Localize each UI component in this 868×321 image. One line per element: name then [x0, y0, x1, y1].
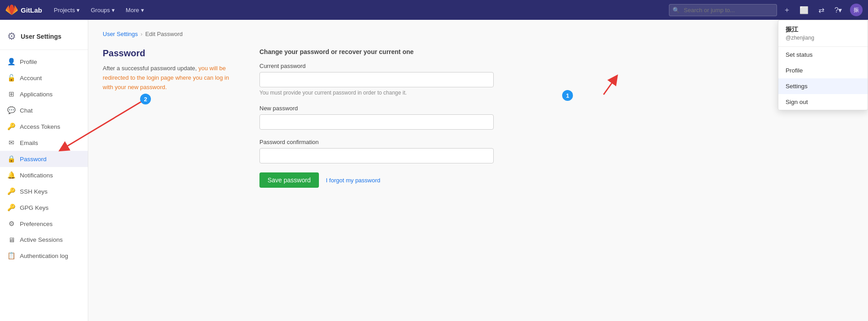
breadcrumb: User Settings › Edit Password — [103, 31, 854, 37]
main-content: User Settings › Edit Password Password A… — [88, 20, 868, 321]
emails-icon: ✉ — [7, 139, 15, 147]
current-password-hint: You must provide your current password i… — [259, 90, 854, 96]
notifications-icon: 🔔 — [7, 171, 15, 179]
user-avatar-btn[interactable]: 振 — [850, 4, 863, 16]
password-confirm-input[interactable] — [259, 148, 494, 163]
account-icon: 🔓 — [7, 74, 15, 82]
sidebar-item-account[interactable]: 🔓 Account — [0, 70, 88, 86]
auth-log-icon: 📋 — [7, 252, 15, 260]
section-description: After a successful password update, you … — [103, 64, 238, 92]
breadcrumb-current: Edit Password — [145, 31, 182, 37]
profile-icon: 👤 — [7, 58, 15, 66]
help-icon-btn[interactable]: ?▾ — [831, 3, 845, 17]
sidebar-item-profile[interactable]: 👤 Profile — [0, 54, 88, 70]
dropdown-settings[interactable]: Settings — [778, 78, 868, 94]
chevron-down-icon: ▾ — [112, 7, 115, 14]
search-wrapper: 🔍 — [669, 4, 777, 16]
password-icon: 🔒 — [7, 155, 15, 163]
sidebar-item-password[interactable]: 🔒 Password — [0, 151, 88, 167]
dropdown-profile[interactable]: Profile — [778, 63, 868, 78]
sidebar-header: ⚙ User Settings — [0, 27, 88, 50]
active-sessions-icon: 🖥 — [7, 236, 15, 244]
right-subtitle: Change your password or recover your cur… — [259, 48, 854, 55]
chat-icon: 💬 — [7, 106, 15, 114]
gitlab-logo-icon — [5, 4, 18, 16]
chevron-down-icon: ▾ — [141, 7, 144, 14]
page-layout: ⚙ User Settings 👤 Profile 🔓 Account ⊞ Ap… — [0, 20, 868, 321]
sidebar: ⚙ User Settings 👤 Profile 🔓 Account ⊞ Ap… — [0, 20, 88, 321]
search-icon: 🔍 — [673, 7, 680, 14]
snippet-icon-btn[interactable]: ⬜ — [797, 3, 811, 17]
user-dropdown: 振江 @zhenjiang Set status Profile Setting… — [778, 20, 868, 110]
sidebar-item-preferences[interactable]: ⚙ Preferences — [0, 216, 88, 232]
sidebar-item-access-tokens[interactable]: 🔑 Access Tokens — [0, 118, 88, 135]
preferences-icon: ⚙ — [7, 220, 15, 228]
sidebar-item-auth-log[interactable]: 📋 Authentication log — [0, 248, 88, 264]
sidebar-item-notifications[interactable]: 🔔 Notifications — [0, 167, 88, 183]
main-nav: Projects ▾ Groups ▾ More ▾ — [50, 4, 149, 16]
save-password-button[interactable]: Save password — [259, 172, 319, 188]
chevron-down-icon: ▾ — [77, 7, 80, 14]
dropdown-set-status[interactable]: Set status — [778, 47, 868, 63]
settings-icon: ⚙ — [7, 31, 16, 42]
search-input[interactable] — [669, 4, 777, 16]
more-nav[interactable]: More ▾ — [121, 4, 149, 16]
applications-icon: ⊞ — [7, 90, 15, 98]
page-title: Password — [103, 48, 238, 59]
access-tokens-icon: 🔑 — [7, 122, 15, 131]
current-password-input[interactable] — [259, 72, 494, 87]
ssh-icon: 🔑 — [7, 187, 15, 195]
sidebar-item-applications[interactable]: ⊞ Applications — [0, 86, 88, 102]
projects-nav[interactable]: Projects ▾ — [50, 4, 85, 16]
new-password-label: New password — [259, 105, 854, 112]
content-wrapper: Password After a successful password upd… — [103, 48, 854, 188]
dropdown-sign-out[interactable]: Sign out — [778, 94, 868, 110]
groups-nav[interactable]: Groups ▾ — [86, 4, 119, 16]
merge-icon-btn[interactable]: ⇄ — [814, 3, 828, 17]
top-navbar: GitLab Projects ▾ Groups ▾ More ▾ 🔍 ＋ ⬜ … — [0, 0, 868, 20]
right-panel: Change your password or recover your cur… — [259, 48, 854, 188]
sidebar-item-active-sessions[interactable]: 🖥 Active Sessions — [0, 232, 88, 248]
breadcrumb-separator: › — [141, 31, 142, 37]
form-actions: Save password I forgot my password — [259, 172, 854, 188]
dropdown-username: 振江 — [786, 26, 860, 34]
forgot-password-link[interactable]: I forgot my password — [326, 177, 381, 184]
sidebar-item-ssh-keys[interactable]: 🔑 SSH Keys — [0, 183, 88, 199]
dropdown-header: 振江 @zhenjiang — [778, 20, 868, 47]
gpg-icon: 🔑 — [7, 203, 15, 212]
dropdown-handle: @zhenjiang — [786, 35, 860, 41]
new-password-input[interactable] — [259, 114, 494, 130]
current-password-group: Current password You must provide your c… — [259, 63, 854, 96]
breadcrumb-parent[interactable]: User Settings — [103, 31, 138, 37]
sidebar-item-gpg-keys[interactable]: 🔑 GPG Keys — [0, 199, 88, 216]
sidebar-item-emails[interactable]: ✉ Emails — [0, 135, 88, 151]
left-panel: Password After a successful password upd… — [103, 48, 238, 188]
password-confirm-label: Password confirmation — [259, 139, 854, 145]
current-password-label: Current password — [259, 63, 854, 69]
new-password-group: New password — [259, 105, 854, 130]
brand-logo[interactable]: GitLab — [5, 4, 42, 16]
plus-icon-btn[interactable]: ＋ — [780, 3, 794, 17]
nav-right: 🔍 ＋ ⬜ ⇄ ?▾ 振 — [669, 3, 863, 17]
sidebar-item-chat[interactable]: 💬 Chat — [0, 102, 88, 118]
password-confirm-group: Password confirmation — [259, 139, 854, 163]
